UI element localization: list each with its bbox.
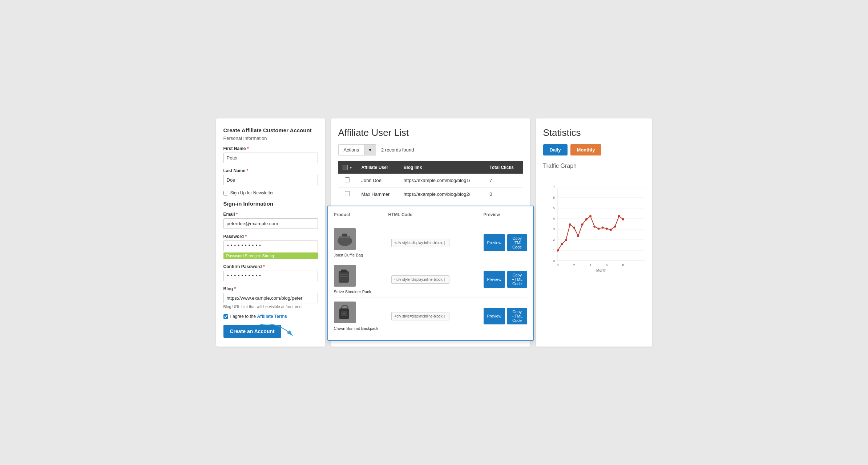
password-group: Password * Password Strength: Strong (223, 234, 318, 259)
product1-actions: Preview Copy HTML Code (484, 234, 527, 251)
chart-point (597, 227, 599, 230)
email-group: Email * (223, 212, 318, 229)
product2-code[interactable]: <div style=display:inline-block; | (391, 275, 449, 284)
actions-dropdown-button[interactable]: ▼ (364, 145, 376, 155)
row1-checkbox[interactable] (345, 177, 350, 182)
last-name-group: Last Name * (223, 168, 318, 185)
last-name-input[interactable] (223, 175, 318, 185)
newsletter-group: Sign Up for Newsletter (223, 190, 318, 195)
confirm-password-group: Confirm Password * (223, 264, 318, 281)
product1-copy-button[interactable]: Copy HTML Code (507, 234, 527, 251)
chart-point (581, 223, 583, 226)
row1-user: John Doe (357, 174, 399, 187)
main-layout: Create Affiliate Customer Account Person… (216, 118, 652, 347)
personal-info-title: Personal Information (223, 136, 318, 141)
chart-point (622, 218, 624, 221)
product2-name: Strive Shoulder Pack (334, 290, 371, 294)
confirm-password-label: Confirm Password * (223, 264, 318, 269)
affiliate-title: Affiliate User List (338, 127, 523, 138)
th-affiliate-user: Affiliate User (357, 161, 399, 174)
last-name-label: Last Name * (223, 168, 318, 173)
row2-checkbox[interactable] (345, 191, 350, 196)
product3-actions: Preview Copy HTML Code (484, 308, 527, 324)
row1-clicks: 7 (485, 174, 522, 187)
confirm-password-input[interactable] (223, 271, 318, 281)
password-input[interactable] (223, 240, 318, 251)
shoulder-pack-icon (336, 267, 354, 285)
blog-input[interactable] (223, 293, 318, 303)
product3-name: Crown Summit Backpack (334, 326, 379, 331)
product3-preview-button[interactable]: Preview (484, 308, 505, 324)
product-row-2: Strive Shoulder Pack <div style=display:… (334, 261, 527, 298)
terms-checkbox[interactable] (223, 314, 228, 319)
product2-preview-button[interactable]: Preview (484, 271, 505, 288)
first-name-input[interactable] (223, 153, 318, 163)
col-html: HTML Code (388, 212, 484, 217)
svg-text:2: 2 (573, 263, 575, 267)
col-preview: Preview (484, 212, 527, 217)
backpack-icon (336, 303, 354, 322)
product-row-1: Joust Duffle Bag <div style=display:inli… (334, 225, 527, 261)
middle-panel: Affiliate User List Actions ▼ 2 records … (331, 118, 530, 347)
terms-group: I agree to the Affiliate Terms (223, 314, 318, 319)
row2-clicks: 0 (485, 187, 522, 201)
right-panel: Statistics Daily Monthly Traffic Graph (536, 118, 652, 347)
create-button-wrapper: Create an Account (223, 325, 281, 338)
chart-point (569, 223, 571, 226)
svg-text:1: 1 (553, 248, 554, 252)
svg-rect-8 (340, 276, 348, 277)
email-label: Email * (223, 212, 318, 217)
svg-text:6: 6 (606, 263, 607, 267)
chart-point (610, 229, 612, 231)
chart-point (589, 215, 592, 217)
monthly-button[interactable]: Monthly (570, 144, 602, 155)
sign-in-title: Sign-in Information (223, 201, 318, 207)
svg-text:0: 0 (557, 263, 558, 267)
blog-label: Blog * (223, 286, 318, 291)
chart-point (614, 226, 616, 228)
records-found: 2 records found (381, 147, 414, 153)
svg-text:5: 5 (553, 206, 554, 210)
arrow-annotation (256, 321, 300, 347)
terms-link[interactable]: Affiliate Terms (257, 314, 287, 319)
svg-text:6: 6 (553, 196, 554, 199)
product1-image-container: Joust Duffle Bag (334, 228, 388, 257)
first-name-group: First Name * (223, 146, 318, 163)
traffic-chart: 0 1 2 3 4 5 6 7 0 2 4 6 8 Month (543, 174, 645, 283)
product3-copy-button[interactable]: Copy HTML Code (507, 308, 527, 324)
row2-user: Max Hammer (357, 187, 399, 201)
blog-group: Blog * Blog URL hint that will be visibl… (223, 286, 318, 309)
svg-rect-6 (341, 270, 347, 272)
table-row: John Doe https://example.com/blog/blog1/… (338, 174, 523, 187)
svg-text:0: 0 (553, 259, 554, 263)
svg-point-11 (343, 313, 345, 314)
table-header-row: ▼ Affiliate User Blog link Total Clicks (338, 161, 523, 174)
product1-preview-button[interactable]: Preview (484, 234, 505, 251)
email-input[interactable] (223, 218, 318, 229)
newsletter-checkbox[interactable] (223, 191, 228, 195)
newsletter-label: Sign Up for Newsletter (230, 190, 274, 195)
duffle-bag-icon (336, 230, 354, 248)
product3-image-container: Crown Summit Backpack (334, 302, 388, 331)
product1-image (334, 228, 356, 250)
svg-rect-7 (340, 274, 348, 275)
chart-point (606, 227, 608, 230)
table-body: John Doe https://example.com/blog/blog1/… (338, 174, 523, 201)
blog-hint: Blog URL hint that will be visible at fr… (223, 304, 318, 309)
password-label: Password * (223, 234, 318, 239)
th-checkbox: ▼ (338, 161, 357, 174)
col-product: Product (334, 212, 388, 217)
daily-button[interactable]: Daily (543, 144, 568, 155)
th-blog-link: Blog link (399, 161, 485, 174)
chart-point (557, 249, 559, 251)
svg-text:7: 7 (553, 185, 554, 189)
chart-line (558, 216, 623, 250)
th-total-clicks: Total Clicks (485, 161, 522, 174)
chart-point (565, 239, 567, 241)
table-row: Max Hammer https://example.com/blog/blog… (338, 187, 523, 201)
product2-copy-button[interactable]: Copy HTML Code (507, 271, 527, 288)
row1-blog: https://example.com/blog/blog1/ (399, 174, 485, 187)
product3-code[interactable]: <div style=display:inline-block; | (391, 312, 449, 320)
svg-text:Month: Month (596, 268, 606, 272)
product1-code[interactable]: <div style=display:inline-block; | (391, 239, 449, 247)
